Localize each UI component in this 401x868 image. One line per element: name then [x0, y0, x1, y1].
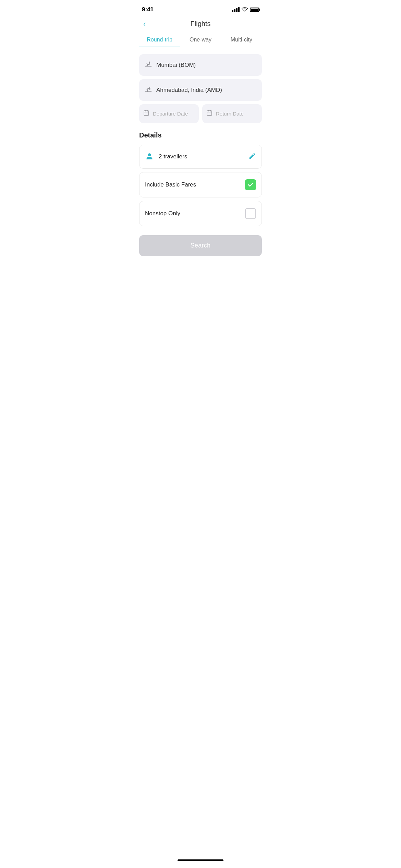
- tab-one-way[interactable]: One-way: [180, 33, 221, 47]
- departure-plane-icon: [145, 60, 152, 70]
- header: ‹ Flights: [134, 17, 267, 33]
- arrival-plane-icon: [145, 85, 152, 95]
- include-basic-fares-checkbox[interactable]: [245, 179, 256, 190]
- departure-date-text: Departure Date: [153, 111, 188, 117]
- svg-rect-1: [144, 111, 149, 116]
- tab-round-trip[interactable]: Round-trip: [139, 33, 180, 47]
- nonstop-only-card[interactable]: Nonstop Only: [139, 201, 262, 226]
- trip-type-tabs: Round-trip One-way Multi-city: [134, 33, 267, 47]
- edit-icon: [248, 152, 256, 161]
- travellers-label: 2 travellers: [159, 153, 187, 160]
- svg-rect-2: [207, 111, 212, 116]
- tab-multi-city[interactable]: Multi-city: [221, 33, 262, 47]
- status-time: 9:41: [142, 6, 154, 13]
- status-icons: [232, 7, 259, 13]
- return-date-field[interactable]: Return Date: [202, 104, 262, 123]
- destination-field[interactable]: Ahmedabad, India (AMD): [139, 79, 262, 101]
- calendar-icon-return: [206, 110, 212, 118]
- origin-field[interactable]: Mumbai (BOM): [139, 54, 262, 76]
- departure-date-field[interactable]: Departure Date: [139, 104, 199, 123]
- page-title: Flights: [191, 20, 211, 28]
- signal-icon: [232, 7, 240, 12]
- return-date-text: Return Date: [216, 111, 244, 117]
- nonstop-only-label: Nonstop Only: [145, 210, 180, 217]
- include-basic-fares-label: Include Basic Fares: [145, 181, 196, 188]
- battery-icon: [250, 8, 259, 12]
- travellers-left: 2 travellers: [145, 152, 187, 161]
- traveller-icon: [145, 152, 155, 161]
- include-basic-fares-card[interactable]: Include Basic Fares: [139, 172, 262, 197]
- origin-text: Mumbai (BOM): [156, 62, 196, 69]
- svg-point-0: [244, 11, 245, 11]
- date-row: Departure Date Return Date: [139, 104, 262, 123]
- search-button[interactable]: Search: [139, 235, 262, 256]
- wifi-icon: [242, 7, 248, 13]
- main-content: Mumbai (BOM) Ahmedabad, India (AMD) Depa…: [134, 47, 267, 263]
- nonstop-only-checkbox[interactable]: [245, 208, 256, 219]
- destination-text: Ahmedabad, India (AMD): [156, 87, 222, 94]
- travellers-card[interactable]: 2 travellers: [139, 145, 262, 169]
- back-button[interactable]: ‹: [141, 18, 149, 30]
- calendar-icon-departure: [143, 110, 149, 118]
- status-bar: 9:41: [134, 0, 267, 17]
- svg-point-3: [148, 153, 151, 156]
- details-section-label: Details: [139, 131, 262, 139]
